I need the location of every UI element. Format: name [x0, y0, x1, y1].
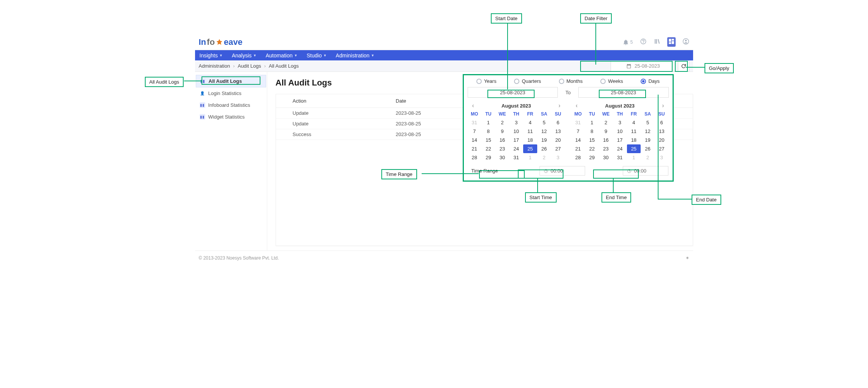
calendar-day[interactable]: 15 — [481, 136, 495, 144]
calendar-day[interactable]: 1 — [585, 118, 599, 127]
crumb-audit-logs[interactable]: Audit Logs — [238, 63, 261, 69]
calendar-day[interactable]: 3 — [551, 153, 565, 162]
calendar-day[interactable]: 9 — [599, 127, 613, 136]
calendar-day[interactable]: 16 — [495, 136, 509, 144]
calendar-day[interactable]: 16 — [599, 136, 613, 144]
prev-month-button[interactable]: ‹ — [573, 102, 580, 109]
calendar-day[interactable]: 2 — [495, 118, 509, 127]
crumb-all-audit-logs[interactable]: All Audit Logs — [269, 63, 299, 69]
calendar-day[interactable]: 22 — [585, 144, 599, 153]
calendar-day[interactable]: 27 — [655, 144, 669, 153]
apply-button[interactable] — [678, 61, 689, 71]
calendar-day[interactable]: 23 — [495, 144, 509, 153]
calendar-day[interactable]: 30 — [599, 153, 613, 162]
calendar-day[interactable]: 25 — [627, 144, 641, 153]
calendar-day[interactable]: 9 — [495, 127, 509, 136]
time-range-button[interactable]: Time Range — [468, 166, 502, 176]
calendar-day[interactable]: 22 — [481, 144, 495, 153]
calendar-day[interactable]: 1 — [523, 153, 537, 162]
calendar-day[interactable]: 29 — [585, 153, 599, 162]
calendar-day[interactable]: 31 — [509, 153, 523, 162]
calendar-day[interactable]: 11 — [627, 127, 641, 136]
bell-icon[interactable]: 5 — [622, 39, 633, 46]
calendar-day[interactable]: 10 — [613, 127, 627, 136]
calendar-day[interactable]: 12 — [641, 127, 655, 136]
calendar-day[interactable]: 20 — [655, 136, 669, 144]
calendar-day[interactable]: 19 — [641, 136, 655, 144]
crumb-administration[interactable]: Administration — [199, 63, 230, 69]
help-icon[interactable] — [640, 38, 647, 46]
sidebar-item-all-audit-logs[interactable]: ▮▮ All Audit Logs — [196, 75, 266, 87]
gran-quarters[interactable]: Quarters — [514, 78, 541, 84]
calendar-day[interactable]: 19 — [537, 136, 551, 144]
dashboard-icon[interactable] — [667, 37, 676, 47]
calendar-day[interactable]: 3 — [613, 118, 627, 127]
calendar-day[interactable]: 24 — [509, 144, 523, 153]
nav-automation[interactable]: Automation▼ — [266, 52, 298, 59]
calendar-day[interactable]: 14 — [571, 136, 585, 144]
calendar-day[interactable]: 11 — [523, 127, 537, 136]
calendar-day[interactable]: 8 — [585, 127, 599, 136]
calendar-day[interactable]: 1 — [627, 153, 641, 162]
calendar-day[interactable]: 18 — [523, 136, 537, 144]
calendar-day[interactable]: 7 — [571, 127, 585, 136]
col-action[interactable]: Action — [288, 94, 391, 108]
nav-studio[interactable]: Studio▼ — [306, 52, 327, 59]
start-time-input[interactable]: 00:00 — [540, 166, 585, 176]
calendar-day[interactable]: 17 — [613, 136, 627, 144]
calendar-day[interactable]: 30 — [495, 153, 509, 162]
calendar-day[interactable]: 6 — [655, 118, 669, 127]
date-filter[interactable]: 25-08-2023 — [611, 61, 676, 71]
calendar-day[interactable]: 14 — [468, 136, 482, 144]
calendar-day[interactable]: 2 — [537, 153, 551, 162]
calendar-day[interactable]: 8 — [481, 127, 495, 136]
calendar-day[interactable]: 31 — [468, 118, 482, 127]
calendar-day[interactable]: 15 — [585, 136, 599, 144]
calendar-day[interactable]: 13 — [551, 127, 565, 136]
calendar-day[interactable]: 2 — [641, 153, 655, 162]
user-avatar-icon[interactable] — [682, 38, 689, 46]
calendar-day[interactable]: 28 — [571, 153, 585, 162]
calendar-day[interactable]: 4 — [523, 118, 537, 127]
calendar-day[interactable]: 2 — [599, 118, 613, 127]
calendar-day[interactable]: 5 — [537, 118, 551, 127]
calendar-day[interactable]: 10 — [509, 127, 523, 136]
sidebar-item-infoboard-statistics[interactable]: ▮▮ Infoboard Statistics — [196, 99, 266, 111]
calendar-day[interactable]: 25 — [523, 144, 537, 153]
calendar-day[interactable]: 26 — [537, 144, 551, 153]
calendar-day[interactable]: 23 — [599, 144, 613, 153]
calendar-day[interactable]: 31 — [613, 153, 627, 162]
calendar-day[interactable]: 18 — [627, 136, 641, 144]
calendar-day[interactable]: 21 — [468, 144, 482, 153]
gran-months[interactable]: Months — [559, 78, 583, 84]
calendar-day[interactable]: 20 — [551, 136, 565, 144]
end-date-input[interactable]: 25-08-2023 — [578, 87, 669, 98]
end-time-input[interactable]: 00:00 — [623, 166, 668, 176]
calendar-day[interactable]: 17 — [509, 136, 523, 144]
calendar-day[interactable]: 3 — [655, 153, 669, 162]
next-month-button[interactable]: › — [556, 102, 563, 109]
next-month-button[interactable]: › — [660, 102, 666, 109]
calendar-day[interactable]: 7 — [468, 127, 482, 136]
library-icon[interactable] — [654, 38, 660, 46]
nav-insights[interactable]: Insights▼ — [200, 52, 223, 59]
calendar-day[interactable]: 13 — [655, 127, 669, 136]
calendar-day[interactable]: 6 — [551, 118, 565, 127]
prev-month-button[interactable]: ‹ — [470, 102, 476, 109]
calendar-day[interactable]: 3 — [509, 118, 523, 127]
gran-weeks[interactable]: Weeks — [600, 78, 623, 84]
calendar-day[interactable]: 27 — [551, 144, 565, 153]
gran-days[interactable]: Days — [641, 78, 660, 84]
gran-years[interactable]: Years — [476, 78, 497, 84]
calendar-day[interactable]: 28 — [468, 153, 482, 162]
nav-analysis[interactable]: Analysis▼ — [232, 52, 257, 59]
calendar-day[interactable]: 29 — [481, 153, 495, 162]
calendar-day[interactable]: 24 — [613, 144, 627, 153]
nav-administration[interactable]: Administration▼ — [336, 52, 374, 59]
calendar-day[interactable]: 26 — [641, 144, 655, 153]
bug-icon[interactable]: ✶ — [686, 255, 689, 261]
calendar-day[interactable]: 1 — [481, 118, 495, 127]
start-date-input[interactable]: 25-08-2023 — [468, 87, 558, 98]
sidebar-item-widget-statistics[interactable]: ▮▮ Widget Statistics — [196, 111, 266, 123]
calendar-day[interactable]: 4 — [627, 118, 641, 127]
